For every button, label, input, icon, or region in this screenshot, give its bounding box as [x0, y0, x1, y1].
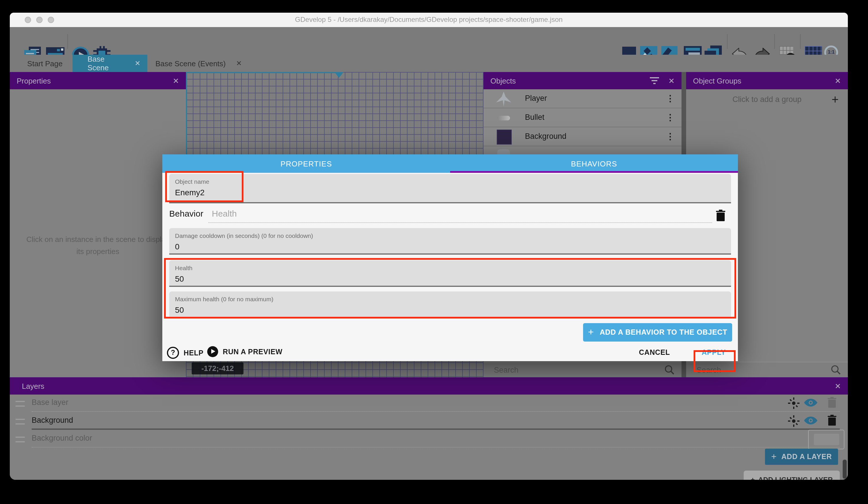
help-icon: ? — [167, 347, 179, 359]
add-group-label: Click to add a group — [686, 95, 848, 104]
close-tab-icon[interactable]: ✕ — [135, 59, 141, 67]
bullet-sprite-icon — [497, 116, 510, 120]
titlebar: GDevelop 5 - /Users/dkarakay/Documents/G… — [10, 13, 848, 28]
layer-effects-icon[interactable] — [788, 415, 799, 427]
play-icon — [207, 346, 218, 357]
object-name-field[interactable]: Object name Enemy2 — [169, 174, 731, 203]
object-row-player[interactable]: Player ⋮ — [484, 89, 682, 108]
active-tab-indicator — [450, 171, 738, 173]
field-value: 0 — [175, 242, 179, 251]
run-preview-button[interactable]: RUN A PREVIEW — [207, 346, 282, 357]
cursor-coordinates-badge: -172;-412 — [192, 362, 244, 374]
annotation-box-apply — [694, 350, 736, 372]
tab-label: PROPERTIES — [280, 159, 332, 168]
layer-name: Background — [32, 416, 73, 424]
add-layer-button[interactable]: ADD A LAYER — [765, 449, 838, 465]
properties-empty-text-line1: Click on an instance in the scene to dis… — [10, 233, 186, 245]
panel-title: Object Groups — [693, 76, 741, 85]
toolbar-separator — [800, 34, 800, 49]
add-group-row[interactable]: Click to add a group — [686, 89, 848, 110]
properties-panel: Click on an instance in the scene to dis… — [10, 89, 186, 377]
object-groups-panel-header: Object Groups ✕ — [686, 72, 848, 89]
toolbar-separator — [727, 34, 727, 49]
annotation-box-health-fields — [164, 258, 736, 319]
object-menu-icon[interactable]: ⋮ — [666, 93, 675, 104]
close-panel-icon[interactable]: ✕ — [835, 76, 841, 85]
cancel-button[interactable]: CANCEL — [634, 349, 675, 356]
selection-handle-icon[interactable] — [334, 72, 344, 78]
drag-handle-icon[interactable] — [16, 401, 25, 407]
drag-handle-icon[interactable] — [16, 419, 25, 424]
add-group-plus-icon[interactable] — [831, 93, 839, 107]
tab-start-page[interactable]: Start Page — [17, 55, 73, 72]
layer-row-background[interactable]: Background — [10, 412, 848, 430]
object-editor-dialog: PROPERTIES BEHAVIORS Object name Enemy2 … — [162, 154, 738, 361]
help-button[interactable]: ? HELP — [167, 347, 204, 359]
search-icon — [664, 365, 675, 375]
button-label: ADD A BEHAVIOR TO THE OBJECT — [600, 328, 727, 336]
filter-icon[interactable] — [650, 77, 659, 84]
window-title: GDevelop 5 - /Users/dkarakay/Documents/G… — [10, 13, 848, 27]
panel-title: Layers — [22, 382, 44, 390]
layer-row-background-color[interactable]: Background color — [10, 430, 848, 447]
button-label: ADD LIGHTING LAYER — [758, 476, 833, 480]
editor-tabbar: Start Page Base Scene ✕ Base Scene (Even… — [10, 55, 848, 72]
close-panel-icon[interactable]: ✕ — [173, 76, 179, 85]
object-sprite-icon — [497, 149, 510, 154]
object-row-partial[interactable] — [484, 146, 682, 154]
tab-label: BEHAVIORS — [571, 159, 617, 168]
player-sprite-icon — [496, 92, 511, 107]
drag-handle-icon[interactable] — [16, 437, 25, 442]
object-menu-icon[interactable]: ⋮ — [666, 131, 675, 142]
object-row-bullet[interactable]: Bullet ⋮ — [484, 108, 682, 127]
delete-behavior-icon[interactable] — [716, 210, 725, 221]
close-tab-icon[interactable]: ✕ — [236, 59, 242, 67]
search-placeholder: Search — [494, 366, 519, 374]
layer-visibility-icon[interactable] — [804, 399, 817, 407]
behavior-name-field[interactable]: Health — [212, 209, 237, 218]
annotation-box-object-name — [165, 171, 244, 202]
layers-scrollbar[interactable] — [843, 460, 847, 478]
toolbar-separator — [68, 34, 68, 49]
tab-label: Base Scene (Events) — [155, 59, 226, 68]
screen: GDevelop 5 - /Users/dkarakay/Documents/G… — [0, 0, 868, 504]
tab-base-scene[interactable]: Base Scene ✕ — [73, 55, 147, 72]
damage-cooldown-field[interactable]: Damage cooldown (in seconds) (0 for no c… — [169, 228, 731, 255]
layer-name: Background color — [32, 434, 92, 442]
layers-panel-header: Layers ✕ — [10, 377, 848, 395]
add-lighting-layer-button[interactable]: ADD LIGHTING LAYER — [744, 471, 840, 480]
object-name: Player — [525, 94, 547, 102]
object-row-background[interactable]: Background ⋮ — [484, 127, 682, 146]
panel-title: Objects — [490, 76, 516, 85]
button-label: HELP — [184, 349, 204, 357]
tab-base-scene-events[interactable]: Base Scene (Events) ✕ — [147, 55, 250, 72]
layers-panel: Base layer Background Background color — [10, 394, 848, 480]
object-name: Background — [525, 132, 566, 141]
close-panel-icon[interactable]: ✕ — [835, 382, 841, 390]
dialog-tab-behaviors[interactable]: BEHAVIORS — [450, 154, 738, 173]
properties-empty-text-line2: its properties — [10, 245, 186, 258]
close-panel-icon[interactable]: ✕ — [668, 76, 675, 85]
delete-layer-icon[interactable] — [828, 415, 836, 426]
color-swatch — [814, 434, 839, 445]
background-color-picker[interactable] — [808, 430, 844, 449]
objects-search-field[interactable]: Search — [484, 362, 682, 378]
button-label: ADD A LAYER — [782, 453, 832, 461]
layer-name: Base layer — [32, 398, 69, 407]
delete-layer-icon[interactable] — [828, 397, 836, 408]
objects-panel-header: Objects ✕ — [484, 72, 682, 89]
plus-icon — [588, 326, 594, 338]
add-behavior-button[interactable]: ADD A BEHAVIOR TO THE OBJECT — [583, 323, 732, 342]
plus-icon — [771, 452, 777, 462]
layer-row-base-layer[interactable]: Base layer — [10, 394, 848, 412]
background-sprite-icon — [497, 130, 512, 144]
search-icon — [830, 365, 841, 375]
layer-visibility-icon[interactable] — [804, 416, 817, 424]
layer-effects-icon[interactable] — [788, 397, 799, 409]
dialog-tab-properties[interactable]: PROPERTIES — [162, 154, 450, 173]
properties-panel-header: Properties ✕ — [10, 72, 186, 89]
object-menu-icon[interactable]: ⋮ — [666, 112, 675, 123]
behavior-label: Behavior — [169, 209, 203, 218]
toolbar-separator — [774, 34, 775, 49]
selection-top-edge — [186, 72, 342, 73]
